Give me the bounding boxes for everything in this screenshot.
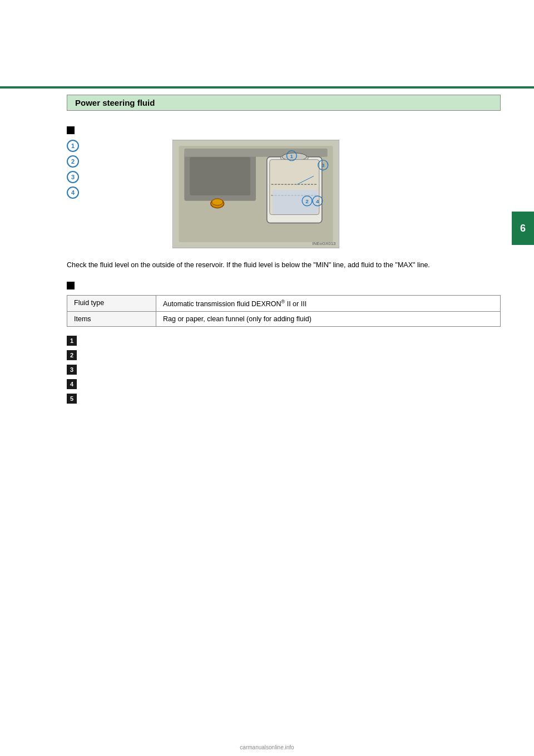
square-item-2: 2	[67, 350, 501, 360]
page-container: 6 Power steering fluid 1 2	[0, 0, 534, 756]
table-label-items: Items	[67, 312, 156, 327]
svg-text:1: 1	[290, 153, 294, 159]
circle-badge-1: 1	[67, 140, 79, 152]
circle-item-4: 4	[67, 186, 156, 199]
square-badge-3: 3	[67, 365, 77, 375]
website-text: carmanualsonline.info	[240, 744, 294, 750]
square-item-1: 1	[67, 335, 501, 346]
circle-badge-4: 4	[67, 186, 79, 199]
black-square-2	[67, 282, 75, 289]
main-content: Power steering fluid 1 2 3	[67, 95, 501, 711]
table-row-fluid-type: Fluid type Automatic transmission fluid …	[67, 296, 501, 312]
circle-item-3: 3	[67, 171, 156, 183]
subsection1-header	[67, 126, 501, 134]
chapter-number: 6	[520, 223, 526, 234]
section-title: Power steering fluid	[75, 98, 155, 107]
circle-item-1: 1	[67, 140, 156, 152]
bottom-watermark: carmanualsonline.info	[0, 744, 534, 750]
svg-rect-11	[273, 190, 318, 214]
square-badge-4: 4	[67, 379, 77, 389]
registered-symbol: ®	[281, 299, 285, 305]
table-value-fluid-type: Automatic transmission fluid DEXRON® II …	[156, 296, 501, 312]
svg-text:3: 3	[322, 162, 325, 168]
circle-badge-3: 3	[67, 171, 79, 183]
svg-text:4: 4	[316, 198, 319, 204]
svg-text:INEoGX013: INEoGX013	[312, 241, 336, 246]
top-accent-bar	[0, 86, 534, 89]
square-item-3: 3	[67, 364, 501, 375]
subsection2-header	[67, 282, 501, 289]
square-numbered-list: 1 2 3 4 5	[67, 335, 501, 404]
circle-numbered-list: 1 2 3 4	[67, 140, 156, 248]
svg-text:2: 2	[305, 198, 309, 204]
square-badge-1: 1	[67, 336, 77, 346]
square-badge-2: 2	[67, 350, 77, 360]
table-label-fluid-type: Fluid type	[67, 296, 156, 312]
chapter-tab: 6	[512, 212, 534, 245]
diagram-area: 1 2 3 4	[67, 140, 501, 248]
engine-image: 1 2 3 4	[172, 140, 339, 248]
square-item-4: 4	[67, 379, 501, 389]
svg-point-22	[212, 199, 223, 205]
table-value-items: Rag or paper, clean funnel (only for add…	[156, 312, 501, 327]
square-badge-5: 5	[67, 394, 77, 404]
square-item-5: 5	[67, 393, 501, 404]
black-square-1	[67, 126, 75, 134]
section-header: Power steering fluid	[67, 95, 501, 111]
circle-badge-2: 2	[67, 155, 79, 168]
circle-item-2: 2	[67, 155, 156, 168]
info-table: Fluid type Automatic transmission fluid …	[67, 295, 501, 327]
svg-rect-3	[190, 157, 250, 195]
paragraph-1: Check the fluid level on the outside of …	[67, 259, 501, 271]
second-section: Fluid type Automatic transmission fluid …	[67, 282, 501, 404]
table-row-items: Items Rag or paper, clean funnel (only f…	[67, 312, 501, 327]
